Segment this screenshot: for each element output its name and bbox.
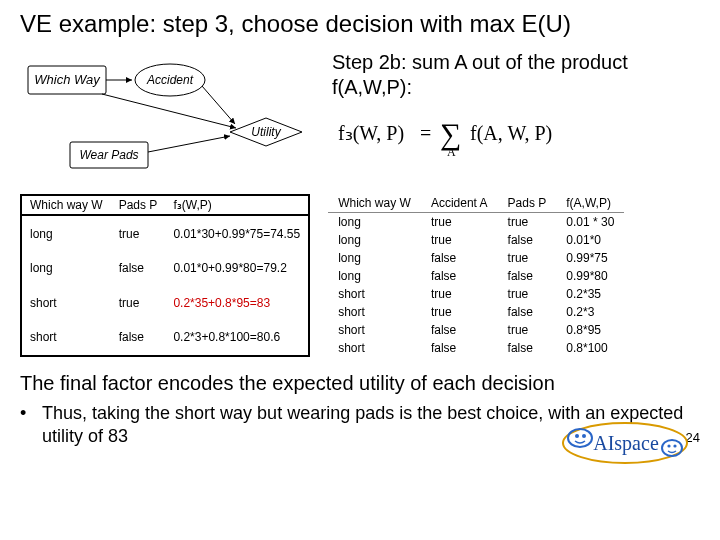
table-row: longfalsefalse0.99*80 [328, 267, 624, 285]
node-utility: Utility [251, 125, 281, 139]
f3-table: Which way WPads Pf₃(W,P) longtrue0.01*30… [20, 194, 310, 357]
f3-header: Pads P [111, 195, 166, 215]
node-wear-pads: Wear Pads [79, 148, 138, 162]
svg-point-19 [673, 444, 676, 447]
svg-text:f₃(W, P): f₃(W, P) [338, 122, 404, 145]
table-row: longfalsetrue0.99*75 [328, 249, 624, 267]
svg-point-14 [568, 429, 592, 447]
table-row: shorttrue0.2*35+0.8*95=83 [21, 285, 309, 319]
svg-point-16 [582, 434, 586, 438]
influence-diagram: Which Way Accident Utility Wear Pads [20, 46, 320, 180]
node-which-way: Which Way [34, 72, 101, 87]
table-row: longfalse0.01*0+0.99*80=79.2 [21, 251, 309, 285]
formula: f₃(W, P) = ∑ A f(A, W, P) [332, 108, 700, 162]
slide-title: VE example: step 3, choose decision with… [20, 10, 700, 38]
bullet-marker: • [20, 402, 42, 449]
step2b-text: Step 2b: sum A out of the product f(A,W,… [332, 50, 700, 100]
table-row: shortfalsetrue0.8*95 [328, 321, 624, 339]
table-row: shortfalsefalse0.8*100 [328, 339, 624, 357]
f-header: Pads P [498, 194, 557, 213]
svg-point-17 [662, 440, 682, 456]
svg-line-6 [102, 94, 236, 128]
svg-text:f(A, W, P): f(A, W, P) [470, 122, 552, 145]
svg-text:AIspace: AIspace [593, 432, 659, 455]
svg-text:A: A [447, 145, 456, 158]
table-row: shorttruefalse0.2*3 [328, 303, 624, 321]
f3-header: f₃(W,P) [165, 195, 309, 215]
final-note: The final factor encodes the expected ut… [20, 371, 700, 396]
f3-header: Which way W [21, 195, 111, 215]
table-row: longtruefalse0.01*0 [328, 231, 624, 249]
svg-text:=: = [420, 122, 431, 144]
table-row: longtruetrue0.01 * 30 [328, 213, 624, 232]
table-row: shorttruetrue0.2*35 [328, 285, 624, 303]
node-accident: Accident [146, 73, 194, 87]
f-header: f(A,W,P) [556, 194, 624, 213]
f-header: Accident A [421, 194, 498, 213]
f-table: Which way WAccident APads Pf(A,W,P) long… [328, 194, 624, 357]
table-row: shortfalse0.2*3+0.8*100=80.6 [21, 320, 309, 356]
aispace-logo: AIspace [560, 420, 690, 470]
svg-line-5 [202, 86, 235, 124]
svg-point-18 [667, 444, 670, 447]
svg-point-15 [575, 434, 579, 438]
table-row: longtrue0.01*30+0.99*75=74.55 [21, 215, 309, 251]
svg-line-7 [148, 136, 230, 152]
f-header: Which way W [328, 194, 421, 213]
